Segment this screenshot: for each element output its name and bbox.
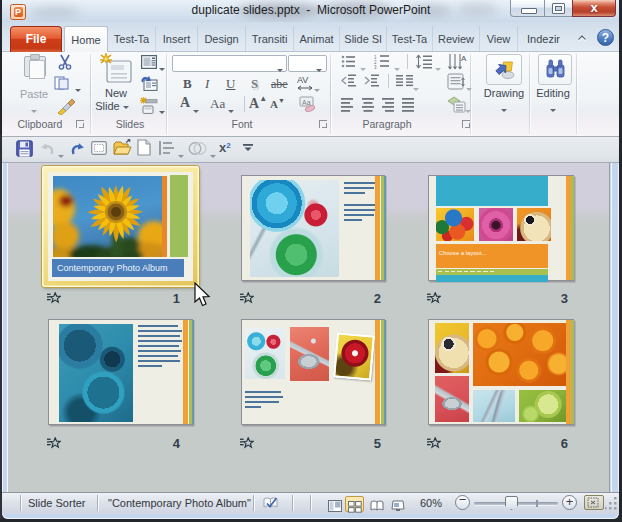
svg-text:3: 3	[374, 65, 377, 70]
svg-text:AV: AV	[297, 75, 308, 85]
svg-text:Aa: Aa	[302, 99, 311, 106]
svg-text:A: A	[461, 54, 467, 63]
